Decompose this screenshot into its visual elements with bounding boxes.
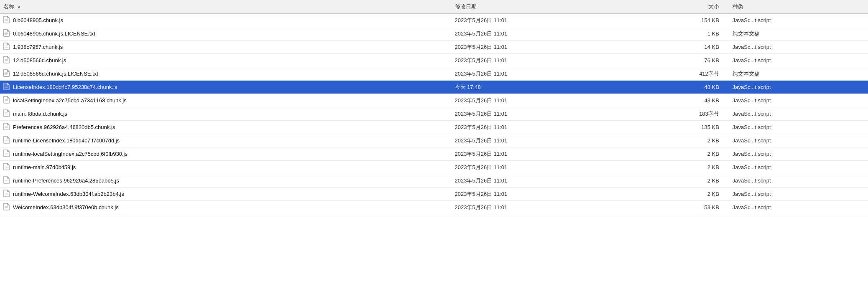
file-type-cell: JavaSc...t script	[729, 201, 868, 214]
file-name-cell: 0.b6048905.chunk.js.LICENSE.txt	[0, 27, 452, 41]
file-name-cell: </> runtime-WelcomeIndex.63db304f.ab2b23…	[0, 188, 452, 201]
table-row[interactable]: Preferences.962926a4.46820db5.chunk.js20…	[0, 121, 868, 134]
file-table: 名称 ∧ 修改日期 大小 种类 0.b6048905.ch	[0, 0, 868, 214]
file-date-cell: 2023年5月26日 11:01	[452, 41, 625, 54]
file-date-cell: 2023年5月26日 11:01	[452, 107, 625, 121]
table-row[interactable]: localSettingIndex.a2c75cbd.a7341168.chun…	[0, 94, 868, 107]
file-date-cell: 2023年5月26日 11:01	[452, 14, 625, 27]
table-row[interactable]: 0.b6048905.chunk.js.LICENSE.txt2023年5月26…	[0, 27, 868, 41]
svg-marker-10	[4, 56, 9, 63]
js-file-icon	[3, 123, 10, 132]
table-row[interactable]: 0.b6048905.chunk.js2023年5月26日 11:01154 K…	[0, 14, 868, 27]
file-name-text: 0.b6048905.chunk.js.LICENSE.txt	[13, 30, 95, 37]
file-name-cell: </> runtime-localSettingIndex.a2c75cbd.6…	[0, 147, 452, 161]
file-date-cell: 2023年5月26日 11:01	[452, 54, 625, 67]
runtime-file-icon: </>	[3, 190, 10, 198]
file-date-cell: 2023年5月26日 11:01	[452, 134, 625, 147]
svg-marker-26	[4, 123, 9, 130]
file-size-cell: 2 KB	[625, 134, 729, 147]
file-name-text: LicenseIndex.180dd4c7.95238c74.chunk.js	[13, 84, 117, 90]
file-date-cell: 2023年5月26日 11:01	[452, 174, 625, 188]
js-file-icon	[3, 96, 10, 105]
file-size-cell: 2 KB	[625, 174, 729, 188]
file-size-cell: 1 KB	[625, 27, 729, 41]
file-type-cell: JavaSc...t script	[729, 107, 868, 121]
file-date-cell: 2023年5月26日 11:01	[452, 147, 625, 161]
sort-arrow-icon: ∧	[18, 5, 20, 9]
svg-marker-7	[4, 43, 9, 50]
table-row[interactable]: </> runtime-Preferences.962926a4.285eabb…	[0, 174, 868, 188]
svg-text:</>: </>	[5, 152, 8, 155]
table-row[interactable]: </> runtime-main.97d0b459.js2023年5月26日 1…	[0, 161, 868, 174]
table-header-row: 名称 ∧ 修改日期 大小 种类	[0, 0, 868, 14]
name-cell-inner: </> runtime-LicenseIndex.180dd4c7.f7c007…	[3, 136, 448, 145]
file-size-cell: 53 KB	[625, 201, 729, 214]
file-type-cell: JavaSc...t script	[729, 54, 868, 67]
js-file-icon	[3, 203, 10, 212]
file-type-cell: JavaSc...t script	[729, 188, 868, 201]
name-cell-inner: 0.b6048905.chunk.js.LICENSE.txt	[3, 29, 448, 38]
file-name-cell: </> runtime-main.97d0b459.js	[0, 161, 452, 174]
file-name-text: runtime-LicenseIndex.180dd4c7.f7c007dd.j…	[13, 137, 120, 144]
svg-marker-17	[4, 83, 9, 90]
file-date-cell: 2023年5月26日 11:01	[452, 188, 625, 201]
file-table-body: 0.b6048905.chunk.js2023年5月26日 11:01154 K…	[0, 14, 868, 214]
table-row[interactable]: 12.d508566d.chunk.js.LICENSE.txt2023年5月2…	[0, 67, 868, 81]
svg-marker-20	[4, 96, 9, 103]
file-size-cell: 2 KB	[625, 161, 729, 174]
table-row[interactable]: </> runtime-WelcomeIndex.63db304f.ab2b23…	[0, 188, 868, 201]
file-name-cell: 0.b6048905.chunk.js	[0, 14, 452, 27]
file-name-cell: </> runtime-LicenseIndex.180dd4c7.f7c007…	[0, 134, 452, 147]
name-cell-inner: </> runtime-localSettingIndex.a2c75cbd.6…	[3, 150, 448, 158]
file-name-text: runtime-WelcomeIndex.63db304f.ab2b23b4.j…	[13, 191, 124, 197]
file-size-cell: 2 KB	[625, 147, 729, 161]
file-name-text: WelcomeIndex.63db304f.9f370e0b.chunk.js	[13, 204, 119, 210]
js-file-icon	[3, 83, 10, 91]
js-file-icon	[3, 16, 10, 25]
svg-marker-3	[4, 30, 9, 36]
runtime-file-icon: </>	[3, 150, 10, 158]
file-name-text: 12.d508566d.chunk.js	[13, 57, 66, 63]
table-row[interactable]: </> runtime-LicenseIndex.180dd4c7.f7c007…	[0, 134, 868, 147]
file-size-cell: 43 KB	[625, 94, 729, 107]
table-row[interactable]: </> runtime-localSettingIndex.a2c75cbd.6…	[0, 147, 868, 161]
table-row[interactable]: WelcomeIndex.63db304f.9f370e0b.chunk.js2…	[0, 201, 868, 214]
runtime-file-icon: </>	[3, 136, 10, 145]
file-type-cell: JavaSc...t script	[729, 134, 868, 147]
file-name-cell: main.ff8bdafd.chunk.js	[0, 107, 452, 121]
name-cell-inner: 12.d508566d.chunk.js	[3, 56, 448, 65]
table-row[interactable]: 1.938c7957.chunk.js2023年5月26日 11:0114 KB…	[0, 41, 868, 54]
table-row[interactable]: LicenseIndex.180dd4c7.95238c74.chunk.js今…	[0, 81, 868, 94]
table-row[interactable]: 12.d508566d.chunk.js2023年5月26日 11:0176 K…	[0, 54, 868, 67]
file-name-text: runtime-localSettingIndex.a2c75cbd.6f0fb…	[13, 151, 128, 157]
svg-marker-39	[4, 203, 9, 210]
file-date-cell: 2023年5月26日 11:01	[452, 121, 625, 134]
name-cell-inner: Preferences.962926a4.46820db5.chunk.js	[3, 123, 448, 132]
svg-text:</>: </>	[5, 166, 8, 168]
table-row[interactable]: main.ff8bdafd.chunk.js2023年5月26日 11:0118…	[0, 107, 868, 121]
name-cell-inner: main.ff8bdafd.chunk.js	[3, 109, 448, 118]
file-type-cell: JavaSc...t script	[729, 147, 868, 161]
file-size-cell: 135 KB	[625, 121, 729, 134]
file-size-cell: 154 KB	[625, 14, 729, 27]
column-header-date[interactable]: 修改日期	[452, 0, 625, 14]
column-header-type[interactable]: 种类	[729, 0, 868, 14]
file-name-cell: Preferences.962926a4.46820db5.chunk.js	[0, 121, 452, 134]
js-file-icon	[3, 43, 10, 51]
name-cell-inner: LicenseIndex.180dd4c7.95238c74.chunk.js	[3, 83, 448, 91]
file-date-cell: 2023年5月26日 11:01	[452, 27, 625, 41]
txt-file-icon	[3, 29, 10, 38]
file-name-text: localSettingIndex.a2c75cbd.a7341168.chun…	[13, 97, 127, 104]
file-name-text: runtime-Preferences.962926a4.285eabb5.js	[13, 177, 119, 184]
column-header-name[interactable]: 名称 ∧	[0, 0, 452, 14]
file-name-cell: 12.d508566d.chunk.js.LICENSE.txt	[0, 67, 452, 81]
runtime-file-icon: </>	[3, 176, 10, 185]
js-file-icon	[3, 109, 10, 118]
file-type-cell: JavaSc...t script	[729, 41, 868, 54]
file-name-cell: </> runtime-Preferences.962926a4.285eabb…	[0, 174, 452, 188]
column-header-size[interactable]: 大小	[625, 0, 729, 14]
name-cell-inner: </> runtime-WelcomeIndex.63db304f.ab2b23…	[3, 190, 448, 198]
name-cell-inner: 12.d508566d.chunk.js.LICENSE.txt	[3, 69, 448, 78]
file-type-cell: JavaSc...t script	[729, 121, 868, 134]
svg-text:</>: </>	[5, 179, 8, 182]
